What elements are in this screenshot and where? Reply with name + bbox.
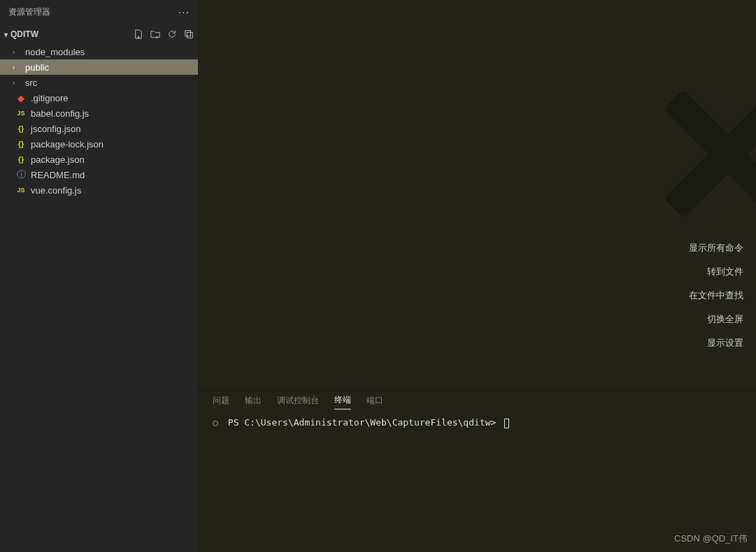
main-area: 显示所有命令 转到文件 在文件中查找 切换全屏 显示设置 问题 输出 调试控制台… [199, 0, 756, 552]
welcome-commands: 显示所有命令 转到文件 在文件中查找 切换全屏 显示设置 [689, 242, 743, 349]
cmd-show-settings[interactable]: 显示设置 [689, 337, 743, 349]
tab-problems[interactable]: 问题 [213, 395, 229, 409]
git-icon: ◆ [15, 93, 27, 103]
cmd-show-all[interactable]: 显示所有命令 [689, 242, 743, 254]
new-file-icon[interactable] [134, 29, 143, 39]
project-header[interactable]: ▾ QDITW [0, 24, 198, 44]
folder-label: node_modules [25, 47, 85, 57]
cmd-find-in-files[interactable]: 在文件中查找 [689, 289, 743, 302]
explorer-header: 资源管理器 ··· [0, 0, 198, 24]
file-label: package-lock.json [31, 139, 104, 150]
file-label: jsconfig.json [31, 124, 81, 134]
terminal[interactable]: PS C:\Users\Administrator\Web\CaptureFil… [199, 413, 756, 552]
chevron-right-icon: › [13, 48, 21, 56]
file-tree: › node_modules › public › src ◆ .gitigno… [0, 44, 198, 198]
folder-src[interactable]: › src [0, 75, 198, 90]
js-icon: JS [15, 187, 27, 194]
tab-terminal[interactable]: 终端 [334, 394, 351, 409]
folder-label: src [25, 78, 37, 88]
project-name: QDITW [10, 29, 38, 39]
collapse-icon[interactable] [184, 29, 194, 39]
prompt-indicator-icon [213, 421, 218, 426]
file-gitignore[interactable]: ◆ .gitignore [0, 90, 198, 106]
file-package-json[interactable]: {} package.json [0, 152, 198, 167]
svg-rect-0 [185, 31, 191, 36]
file-readme[interactable]: ⓘ README.md [0, 167, 198, 182]
tab-ports[interactable]: 端口 [366, 395, 383, 409]
info-icon: ⓘ [15, 168, 27, 181]
folder-node-modules[interactable]: › node_modules [0, 44, 198, 59]
json-icon: {} [15, 124, 27, 133]
chevron-right-icon: › [13, 79, 21, 87]
explorer-sidebar: 资源管理器 ··· ▾ QDITW › node_modules › publi… [0, 0, 199, 552]
editor-area: 显示所有命令 转到文件 在文件中查找 切换全屏 显示设置 [199, 0, 756, 390]
terminal-cursor [504, 419, 509, 428]
file-jsconfig[interactable]: {} jsconfig.json [0, 121, 198, 136]
file-package-lock[interactable]: {} package-lock.json [0, 136, 198, 152]
file-label: babel.config.js [31, 108, 89, 119]
panel-tabs: 问题 输出 调试控制台 终端 端口 [199, 391, 756, 413]
chevron-down-icon: ▾ [4, 31, 8, 38]
json-icon: {} [15, 140, 27, 148]
background-x-icon [658, 84, 756, 224]
svg-rect-1 [187, 32, 192, 38]
tab-output[interactable]: 输出 [245, 395, 262, 409]
more-actions-icon[interactable]: ··· [178, 6, 190, 19]
explorer-title: 资源管理器 [8, 6, 50, 18]
folder-public[interactable]: › public [0, 59, 198, 75]
file-label: .gitignore [31, 93, 68, 103]
terminal-prompt: PS C:\Users\Administrator\Web\CaptureFil… [228, 417, 497, 428]
project-actions [134, 29, 194, 39]
file-label: README.md [31, 170, 85, 180]
new-folder-icon[interactable] [150, 29, 160, 39]
cmd-goto-file[interactable]: 转到文件 [689, 266, 743, 278]
file-label: vue.config.js [31, 185, 81, 196]
tab-debug-console[interactable]: 调试控制台 [277, 395, 319, 409]
js-icon: JS [15, 110, 27, 117]
file-label: package.json [31, 154, 85, 165]
folder-label: public [25, 62, 49, 73]
bottom-panel: 问题 输出 调试控制台 终端 端口 PS C:\Users\Administra… [199, 390, 756, 552]
chevron-right-icon: › [13, 64, 21, 71]
json-icon: {} [15, 155, 27, 164]
cmd-toggle-fullscreen[interactable]: 切换全屏 [689, 313, 743, 326]
file-vue-config[interactable]: JS vue.config.js [0, 182, 198, 198]
refresh-icon[interactable] [167, 29, 177, 39]
watermark: CSDN @QD_IT伟 [674, 532, 748, 545]
file-babel-config[interactable]: JS babel.config.js [0, 106, 198, 121]
